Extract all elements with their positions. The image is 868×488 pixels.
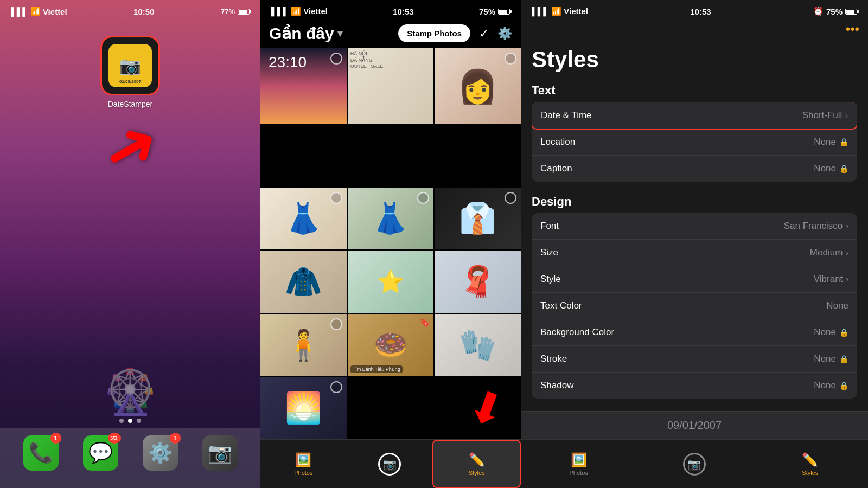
text-section-header: Text bbox=[532, 84, 857, 98]
dock-settings-app[interactable]: ⚙️ 1 bbox=[143, 435, 178, 471]
select-circle-6[interactable] bbox=[330, 318, 342, 330]
text-color-label: Text Color bbox=[540, 300, 582, 311]
grid-cell-sweater[interactable]: 🧤 bbox=[435, 314, 521, 376]
grid-cell-top[interactable]: 23:10 bbox=[260, 48, 347, 124]
dock-camera-app[interactable]: 📷 bbox=[202, 435, 238, 471]
font-chevron-icon: › bbox=[846, 222, 848, 230]
location-value-text: None bbox=[814, 137, 836, 147]
gallery-title-text: Gần đây bbox=[269, 24, 334, 43]
date-time-label: Date & Time bbox=[541, 110, 592, 121]
app-icon-box[interactable]: 01/09/2007 bbox=[100, 36, 160, 95]
select-circle-2[interactable] bbox=[505, 53, 516, 65]
outfit-icon-3: 🧣 bbox=[459, 264, 496, 299]
gallery-status-right: 75% bbox=[479, 7, 510, 16]
map-text: HÀ NỘIĐÀ NẴNGOUTLET SALE bbox=[350, 51, 431, 70]
grid-cell-fashion-2[interactable]: 👗 bbox=[348, 188, 434, 250]
grid-cell-food[interactable]: 🍩 Tìm Bánh Tiêu Phụng 🔖 bbox=[348, 314, 434, 376]
styles-styles-label: Styles bbox=[802, 470, 818, 476]
home-screen-panel: ▌▌▌ 📶 Viettel 10:50 77% 01/09/2007 DateS… bbox=[0, 0, 260, 488]
bg-color-value: None 🔒 bbox=[814, 327, 848, 338]
phone-badge: 1 bbox=[50, 433, 61, 444]
styles-photos-label: Photos bbox=[570, 470, 588, 476]
text-color-value-text: None bbox=[826, 300, 848, 311]
page-dot-2 bbox=[128, 419, 132, 423]
map-overlay: HÀ NỘIĐÀ NẴNGOUTLET SALE bbox=[348, 48, 434, 124]
select-circle-4[interactable] bbox=[417, 192, 429, 204]
photos-nav-icon: 🖼️ bbox=[295, 452, 311, 467]
dock-messages-app[interactable]: 💬 23 bbox=[83, 435, 118, 471]
grid-cell-portrait-1[interactable]: 👩 bbox=[435, 48, 521, 124]
date-time-row[interactable]: Date & Time Short-Full › bbox=[532, 102, 857, 130]
alarm-icon: ⏰ bbox=[813, 7, 824, 16]
carrier-label: Viettel bbox=[43, 7, 67, 16]
shadow-lock-icon: 🔒 bbox=[839, 381, 848, 390]
dock-phone-app[interactable]: 📞 1 bbox=[23, 435, 59, 471]
styles-nav-icon: ✏️ bbox=[469, 452, 485, 467]
dress-icon-2: 👗 bbox=[372, 201, 409, 236]
design-settings-group: Font San Francisco › Size Medium › Style… bbox=[532, 213, 857, 399]
grid-cell-person[interactable]: 🧍 bbox=[260, 314, 347, 376]
bg-color-row[interactable]: Background Color None 🔒 bbox=[532, 319, 857, 346]
settings-badge: 1 bbox=[170, 433, 181, 444]
styles-battery-icon bbox=[845, 9, 857, 15]
stroke-row[interactable]: Stroke None 🔒 bbox=[532, 346, 857, 373]
gear-icon[interactable]: ⚙️ bbox=[497, 27, 512, 41]
date-preview-text: 09/01/2007 bbox=[667, 419, 722, 431]
phone-icon: 📞 bbox=[29, 441, 53, 464]
outfit-overlay-1: 🧥 bbox=[260, 251, 347, 313]
status-carrier: ▌▌▌ 📶 Viettel bbox=[11, 7, 67, 16]
gallery-nav-styles[interactable]: ✏️ Styles bbox=[432, 440, 521, 488]
grid-cell-fashion-1[interactable]: 👗 bbox=[260, 188, 347, 250]
camera-nav-icon: 📷 bbox=[378, 453, 401, 476]
checkmark-icon[interactable]: ✓ bbox=[479, 27, 489, 41]
gallery-nav-photos[interactable]: 🖼️ Photos bbox=[260, 440, 347, 488]
gallery-status-bar: ▌▌▌ 📶 Viettel 10:53 75% bbox=[260, 0, 521, 20]
select-circle-5[interactable] bbox=[505, 192, 516, 204]
size-row[interactable]: Size Medium › bbox=[532, 240, 857, 266]
select-circle[interactable] bbox=[330, 53, 342, 65]
more-options-icon[interactable]: ••• bbox=[846, 22, 859, 37]
styles-nav-photos[interactable]: 🖼️ Photos bbox=[521, 440, 636, 488]
battery-percent: 77% bbox=[221, 8, 235, 16]
stroke-label: Stroke bbox=[540, 354, 567, 364]
gallery-battery-percent: 75% bbox=[479, 7, 495, 16]
gallery-carrier: ▌▌▌ 📶 Viettel bbox=[271, 7, 328, 16]
grid-cell-outfit-3[interactable]: 🧣 bbox=[435, 251, 521, 313]
styles-carrier: ▌▌▌ 📶 Viettel bbox=[532, 7, 588, 16]
date-stamp-label: 01/09/2007 bbox=[117, 79, 143, 85]
style-row[interactable]: Style Vibrant › bbox=[532, 266, 857, 293]
caption-row[interactable]: Caption None 🔒 bbox=[532, 156, 857, 182]
styles-nav-camera[interactable]: 📷 bbox=[636, 440, 752, 488]
size-label: Size bbox=[540, 247, 558, 258]
signal-bars-icon: ▌▌▌ bbox=[11, 7, 28, 16]
grid-cell-outfit-1[interactable]: 🧥 bbox=[260, 251, 347, 313]
styles-nav-label: Styles bbox=[469, 470, 485, 476]
size-chevron-icon: › bbox=[846, 248, 848, 257]
stamp-photos-button[interactable]: Stamp Photos bbox=[398, 24, 470, 42]
grid-cell-outfit-2[interactable]: ⭐ bbox=[348, 251, 434, 313]
grid-cell-fashion-3[interactable]: 👔 bbox=[435, 188, 521, 250]
text-color-value: None bbox=[826, 300, 848, 311]
gallery-nav-camera[interactable]: 📷 bbox=[347, 440, 433, 488]
shadow-row[interactable]: Shadow None 🔒 bbox=[532, 373, 857, 399]
font-label: Font bbox=[540, 221, 559, 232]
datestamper-app-icon[interactable]: 01/09/2007 DateStamper bbox=[92, 36, 168, 108]
style-value-text: Vibrant bbox=[814, 274, 843, 285]
chevron-right-icon: › bbox=[845, 111, 848, 120]
select-circle-7[interactable] bbox=[330, 381, 342, 393]
red-arrow-icon: ➜ bbox=[90, 105, 170, 188]
gallery-battery-icon bbox=[498, 9, 510, 15]
gallery-wifi-icon: 📶 bbox=[291, 7, 301, 16]
grid-cell-sunset[interactable]: 🌅 bbox=[260, 377, 347, 439]
shadow-value: None 🔒 bbox=[814, 380, 848, 391]
clock-label: 10:50 bbox=[133, 7, 154, 16]
font-row[interactable]: Font San Francisco › bbox=[532, 213, 857, 240]
chevron-down-icon[interactable]: ▾ bbox=[337, 28, 342, 40]
select-circle-3[interactable] bbox=[330, 192, 342, 204]
text-color-row[interactable]: Text Color None bbox=[532, 293, 857, 319]
grid-cell-map[interactable]: HÀ NỘIĐÀ NẴNGOUTLET SALE bbox=[348, 48, 434, 124]
style-chevron-icon: › bbox=[846, 275, 848, 284]
styles-nav-styles-active[interactable]: ✏️ Styles bbox=[752, 440, 868, 488]
location-row[interactable]: Location None 🔒 bbox=[532, 129, 857, 156]
portrait-figure-1: 👩 bbox=[457, 67, 498, 106]
